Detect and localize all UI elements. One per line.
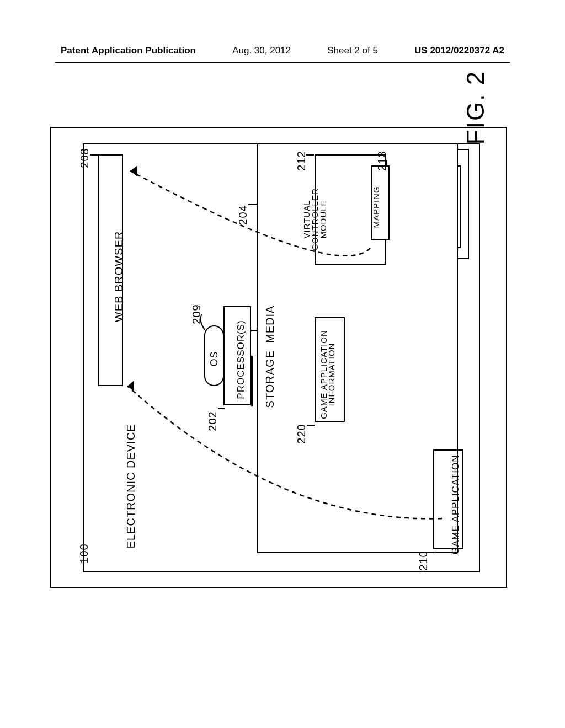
leader-line — [307, 425, 315, 426]
web-browser-ref: 208 — [78, 148, 91, 168]
storage-media-ref: 204 — [237, 205, 249, 224]
electronic-device-ref: 100 — [78, 543, 90, 563]
game-application-label: GAME APPLICATION — [450, 454, 461, 554]
connector-line — [251, 405, 253, 406]
leader-line — [248, 204, 257, 205]
leader-line — [386, 160, 387, 165]
processor-label: PROCESSOR(S) — [236, 320, 247, 399]
processor-ref: 202 — [206, 411, 219, 431]
game-application-ref: 210 — [417, 550, 430, 570]
leader-line — [218, 408, 225, 409]
publication-date: Aug. 30, 2012 — [232, 45, 291, 56]
web-browser-label: WEB BROWSER — [113, 231, 125, 322]
page-header: Patent Application Publication Aug. 30, … — [0, 45, 565, 56]
sheet-number: Sheet 2 of 5 — [327, 45, 378, 56]
connector-line — [251, 356, 253, 405]
virtual-controller-module-ref: 212 — [295, 151, 308, 170]
header-rule — [55, 62, 510, 63]
os-label: OS — [209, 351, 220, 366]
mapping-label: MAPPING — [371, 186, 381, 228]
leader-line — [83, 552, 84, 568]
figure-label: FIG. 2 — [462, 71, 489, 144]
publication-label: Patent Application Publication — [61, 45, 196, 56]
leader-line — [428, 552, 434, 553]
leader-line — [306, 154, 314, 156]
game-app-info-ref: 220 — [295, 424, 308, 443]
virtual-controller-module-label: VIRTUALCONTROLLERMODULE — [302, 188, 327, 250]
storage-media-label: STORAGE MEDIA — [264, 306, 276, 408]
game-app-info-label: GAME APPLICATIONINFORMATION — [320, 330, 335, 419]
os-ref: 209 — [190, 304, 203, 324]
document-number: US 2012/0220372 A2 — [414, 45, 504, 56]
leader-line — [90, 154, 98, 156]
electronic-device-label: ELECTRONIC DEVICE — [125, 424, 137, 549]
